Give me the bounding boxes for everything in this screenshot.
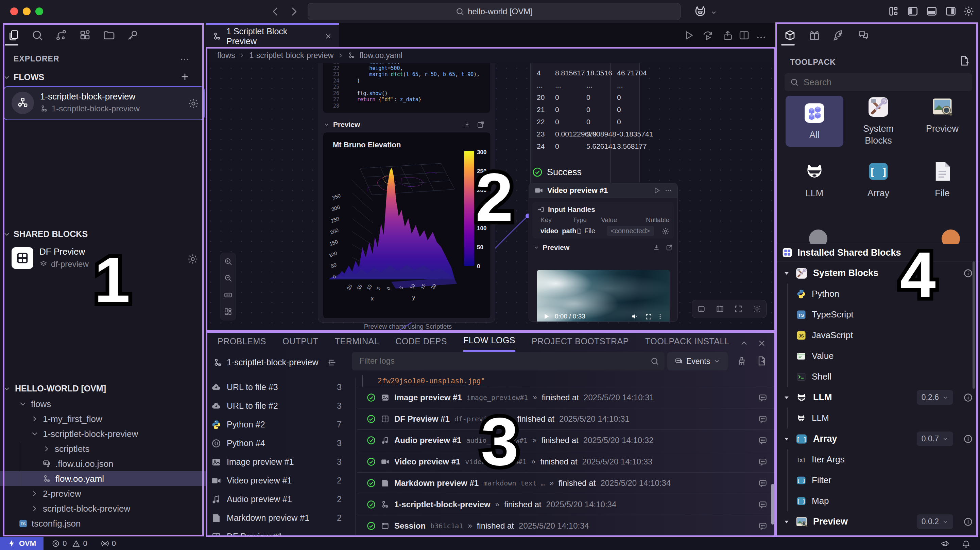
- toolpack-item-preview[interactable]: Preview: [913, 96, 971, 147]
- tree-item-2-preview[interactable]: 2-preview: [0, 486, 206, 501]
- flow-card[interactable]: 1-scriptlet-block-preview 1-scriptlet-bl…: [3, 86, 205, 120]
- fit-view-icon[interactable]: [734, 304, 743, 313]
- tree-item-flows[interactable]: flows: [0, 396, 206, 412]
- log-block-item[interactable]: Image preview #13: [206, 453, 355, 471]
- log-entry[interactable]: Video preview #1 video_preview#1 » finis…: [357, 451, 776, 472]
- auto-layout-icon[interactable]: [224, 307, 232, 316]
- logs-scrollbar[interactable]: [771, 484, 774, 525]
- zoom-in-icon[interactable]: [224, 257, 232, 266]
- log-entry[interactable]: 1-scriptlet-block-preview » finished at …: [357, 494, 776, 515]
- block-python[interactable]: Python: [776, 284, 980, 304]
- chevron-down-icon[interactable]: [783, 518, 790, 525]
- back-icon[interactable]: [270, 6, 281, 17]
- flow-gear-icon[interactable]: [188, 98, 199, 109]
- panel-right-icon[interactable]: [945, 5, 956, 17]
- group-preview[interactable]: Preview 0.0.2: [776, 511, 980, 532]
- log-entry[interactable]: Audio preview #1 audio_preview#1 » finis…: [357, 430, 776, 451]
- download-icon[interactable]: [653, 244, 660, 251]
- mascot-icon[interactable]: [693, 5, 708, 19]
- panel-tab-code-deps[interactable]: CODE DEPS: [395, 336, 447, 351]
- shared-block-card[interactable]: DF Preview df-preview: [3, 244, 203, 275]
- video-thumbnail[interactable]: 0:00 / 0:33: [537, 270, 670, 322]
- folder-icon[interactable]: [103, 29, 115, 41]
- export-logs-icon[interactable]: [756, 355, 767, 366]
- breadcrumb-item[interactable]: flow.oo.yaml: [359, 51, 402, 60]
- export-icon[interactable]: [722, 30, 733, 41]
- tree-item-1-my_first_flow[interactable]: 1-my_first_flow: [0, 412, 206, 426]
- toolpack-box-icon[interactable]: [784, 29, 796, 41]
- log-entry[interactable]: Markdown preview #1 markdown_text_… » fi…: [357, 472, 776, 494]
- block-typescript[interactable]: TSTypeScript: [776, 304, 980, 325]
- chevron-down-icon[interactable]: [324, 122, 330, 128]
- key-icon[interactable]: [126, 29, 139, 41]
- toolpack-item-array[interactable]: [ ] Array: [850, 160, 907, 199]
- gift-icon[interactable]: [808, 29, 821, 41]
- volume-icon[interactable]: [631, 313, 638, 320]
- video-node[interactable]: Video preview #1 Input Handles KeyTypeVa…: [528, 183, 678, 322]
- log-block-item[interactable]: URL to file #33: [206, 378, 355, 396]
- open-external-icon[interactable]: [477, 120, 485, 129]
- events-dropdown[interactable]: Events: [667, 352, 728, 370]
- chevron-down-icon[interactable]: [783, 394, 790, 401]
- split-editor-icon[interactable]: [739, 30, 749, 41]
- log-block-item[interactable]: Markdown preview #12: [206, 509, 355, 527]
- panel-tab-toolpack-install[interactable]: TOOLPACK INSTALL: [645, 336, 729, 351]
- tree-item-flow.oo.yaml[interactable]: flow.oo.yaml: [0, 471, 206, 486]
- log-block-item[interactable]: Python #27: [206, 415, 355, 434]
- chat-icon[interactable]: [857, 29, 870, 41]
- clear-logs-icon[interactable]: [737, 356, 747, 366]
- tree-item-scriptlets[interactable]: scriptlets: [0, 441, 206, 456]
- panel-maximize-icon[interactable]: [739, 339, 749, 348]
- group-by-icon[interactable]: [327, 358, 337, 367]
- add-toolpack-icon[interactable]: [959, 55, 970, 67]
- layout-grid-icon[interactable]: [888, 5, 899, 17]
- block-llm[interactable]: LLM: [776, 408, 980, 428]
- flow-branch-icon[interactable]: [55, 29, 67, 41]
- panel-bottom-toggle-icon[interactable]: [697, 304, 706, 313]
- tree-item-scriptlet-block-preview[interactable]: scriptlet-block-preview: [0, 501, 206, 516]
- group-llm[interactable]: LLM 0.2.6: [776, 387, 980, 408]
- version-select[interactable]: 0.0.2: [917, 514, 953, 529]
- fit-width-icon[interactable]: [224, 291, 232, 300]
- log-entry[interactable]: DF Preview #1 df-preview#1 » finished at…: [357, 408, 776, 430]
- video-play-icon[interactable]: [542, 313, 550, 320]
- group-system-blocks[interactable]: System Blocks: [776, 263, 980, 284]
- shared-gear-icon[interactable]: [187, 253, 199, 265]
- log-block-item[interactable]: Python #43: [206, 434, 355, 453]
- traffic-close-button[interactable]: [10, 8, 18, 15]
- panel-tab-terminal[interactable]: TERMINAL: [335, 336, 379, 351]
- block-javascript[interactable]: JSJavaScript: [776, 325, 980, 346]
- chevron-down-icon[interactable]: [534, 245, 539, 250]
- more-actions-icon[interactable]: [180, 54, 190, 65]
- sidebar-scrollbar[interactable]: [972, 262, 975, 389]
- toolpack-item-all[interactable]: All: [786, 96, 843, 147]
- rocket-icon[interactable]: [833, 29, 845, 41]
- chevron-down-icon[interactable]: [3, 73, 11, 81]
- kebab-menu-icon[interactable]: [657, 313, 663, 320]
- bell-icon[interactable]: [962, 539, 970, 548]
- block-value[interactable]: Value: [776, 346, 980, 366]
- log-block-item[interactable]: Audio preview #12: [206, 490, 355, 509]
- log-entry[interactable]: Image preview #1 image_preview#1 » finis…: [357, 387, 776, 408]
- fullscreen-icon[interactable]: [645, 313, 652, 320]
- tree-item-.flow.ui.oo.json[interactable]: .flow.ui.oo.json: [0, 456, 206, 471]
- close-icon[interactable]: [324, 32, 332, 40]
- toolpack-item-llm[interactable]: LLM: [786, 160, 843, 199]
- block-map[interactable]: [ ]Map: [776, 491, 980, 511]
- play-icon[interactable]: [653, 187, 660, 194]
- search-sidebar-icon[interactable]: [31, 29, 43, 41]
- breadcrumb-item[interactable]: flows: [217, 51, 235, 60]
- tree-item-1-scriptlet-block-preview[interactable]: 1-scriptlet-block-preview: [0, 426, 206, 441]
- block-filter[interactable]: [ ]Filter: [776, 470, 980, 491]
- ellipsis-icon[interactable]: [665, 187, 672, 194]
- panel-tab-problems[interactable]: PROBLEMS: [218, 336, 266, 351]
- flow-canvas[interactable]: 21 width=500,22 height=500,23 margin=dic…: [206, 63, 776, 331]
- blocks-icon[interactable]: [79, 29, 91, 41]
- code-editor[interactable]: 21 width=500,22 height=500,23 margin=dic…: [323, 63, 490, 113]
- chevron-down-icon[interactable]: [3, 385, 11, 393]
- chevron-down-icon[interactable]: [783, 436, 790, 442]
- log-entry[interactable]: Session b361c1a1 » finished at 2025/5/20…: [357, 515, 776, 536]
- problems-status[interactable]: 0 0: [52, 539, 88, 548]
- settings-gear-icon[interactable]: [963, 5, 975, 17]
- block-iter-args[interactable]: [x]Iter Args: [776, 449, 980, 470]
